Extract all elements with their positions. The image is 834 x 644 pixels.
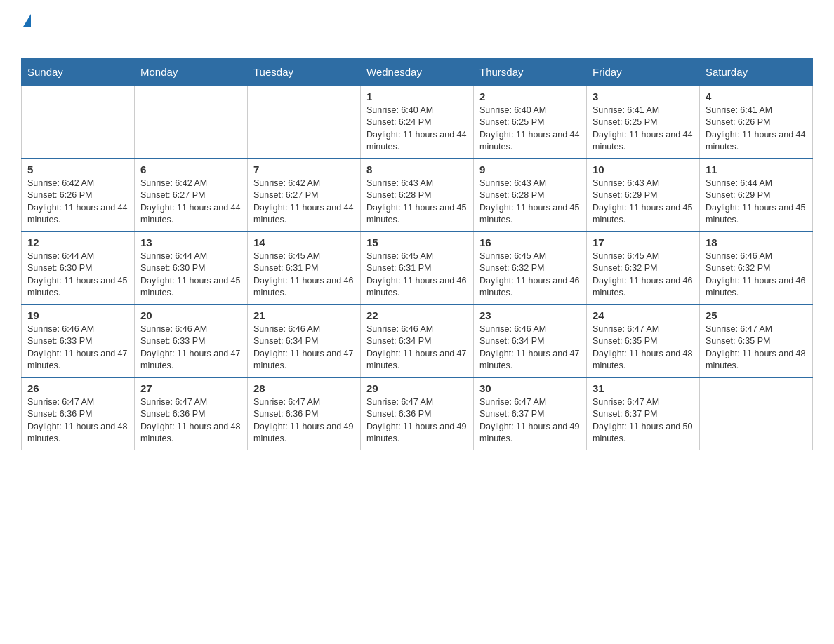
day-number: 31 [593,382,694,394]
day-info: Sunrise: 6:47 AM Sunset: 6:36 PM Dayligh… [366,396,468,445]
day-number: 11 [706,163,807,175]
calendar-cell: 22Sunrise: 6:46 AM Sunset: 6:34 PM Dayli… [361,304,474,377]
calendar-cell: 13Sunrise: 6:44 AM Sunset: 6:30 PM Dayli… [135,232,248,304]
calendar-cell: 17Sunrise: 6:45 AM Sunset: 6:32 PM Dayli… [587,232,700,304]
day-number: 4 [706,90,807,102]
calendar-week-row: 1Sunrise: 6:40 AM Sunset: 6:24 PM Daylig… [22,86,813,159]
weekday-header: Tuesday [248,58,361,86]
day-number: 26 [27,382,128,394]
calendar-cell: 18Sunrise: 6:46 AM Sunset: 6:32 PM Dayli… [700,232,813,304]
calendar-week-row: 5Sunrise: 6:42 AM Sunset: 6:26 PM Daylig… [22,159,813,232]
calendar-cell: 11Sunrise: 6:44 AM Sunset: 6:29 PM Dayli… [700,159,813,232]
calendar-cell: 12Sunrise: 6:44 AM Sunset: 6:30 PM Dayli… [22,232,135,304]
day-info: Sunrise: 6:46 AM Sunset: 6:33 PM Dayligh… [140,323,241,373]
calendar-week-row: 19Sunrise: 6:46 AM Sunset: 6:33 PM Dayli… [22,304,813,377]
day-number: 9 [479,163,581,175]
day-number: 7 [253,163,355,175]
calendar-cell: 2Sunrise: 6:40 AM Sunset: 6:25 PM Daylig… [474,86,587,159]
calendar-cell: 7Sunrise: 6:42 AM Sunset: 6:27 PM Daylig… [248,159,361,232]
day-info: Sunrise: 6:47 AM Sunset: 6:37 PM Dayligh… [479,396,581,445]
calendar-cell: 21Sunrise: 6:46 AM Sunset: 6:34 PM Dayli… [248,304,361,377]
day-info: Sunrise: 6:46 AM Sunset: 6:33 PM Dayligh… [27,323,128,373]
calendar-cell: 4Sunrise: 6:41 AM Sunset: 6:26 PM Daylig… [700,86,813,159]
day-info: Sunrise: 6:42 AM Sunset: 6:26 PM Dayligh… [27,177,128,227]
calendar-cell: 16Sunrise: 6:45 AM Sunset: 6:32 PM Dayli… [474,232,587,304]
day-number: 3 [593,90,694,102]
day-number: 27 [140,382,241,394]
day-number: 19 [27,309,128,321]
calendar-cell: 6Sunrise: 6:42 AM Sunset: 6:27 PM Daylig… [135,159,248,232]
day-number: 29 [366,382,468,394]
calendar-cell: 29Sunrise: 6:47 AM Sunset: 6:36 PM Dayli… [361,377,474,450]
calendar-cell: 25Sunrise: 6:47 AM Sunset: 6:35 PM Dayli… [700,304,813,377]
day-info: Sunrise: 6:46 AM Sunset: 6:32 PM Dayligh… [706,250,807,300]
calendar-cell [700,377,813,450]
day-info: Sunrise: 6:41 AM Sunset: 6:26 PM Dayligh… [706,105,807,154]
calendar-cell: 31Sunrise: 6:47 AM Sunset: 6:37 PM Dayli… [587,377,700,450]
day-number: 28 [253,382,355,394]
day-info: Sunrise: 6:47 AM Sunset: 6:35 PM Dayligh… [593,323,694,373]
weekday-header: Thursday [474,58,587,86]
day-info: Sunrise: 6:44 AM Sunset: 6:29 PM Dayligh… [706,177,807,227]
day-info: Sunrise: 6:45 AM Sunset: 6:32 PM Dayligh… [479,250,581,300]
calendar-header-row: SundayMondayTuesdayWednesdayThursdayFrid… [22,58,813,86]
calendar-cell: 3Sunrise: 6:41 AM Sunset: 6:25 PM Daylig… [587,86,700,159]
day-info: Sunrise: 6:42 AM Sunset: 6:27 PM Dayligh… [253,177,355,227]
calendar-cell: 1Sunrise: 6:40 AM Sunset: 6:24 PM Daylig… [361,86,474,159]
calendar-cell: 8Sunrise: 6:43 AM Sunset: 6:28 PM Daylig… [361,159,474,232]
day-info: Sunrise: 6:45 AM Sunset: 6:31 PM Dayligh… [366,250,468,300]
day-info: Sunrise: 6:43 AM Sunset: 6:28 PM Dayligh… [479,177,581,227]
day-info: Sunrise: 6:40 AM Sunset: 6:25 PM Dayligh… [479,105,581,154]
calendar-cell: 9Sunrise: 6:43 AM Sunset: 6:28 PM Daylig… [474,159,587,232]
day-info: Sunrise: 6:43 AM Sunset: 6:29 PM Dayligh… [593,177,694,227]
day-info: Sunrise: 6:47 AM Sunset: 6:35 PM Dayligh… [706,323,807,373]
calendar-cell: 5Sunrise: 6:42 AM Sunset: 6:26 PM Daylig… [22,159,135,232]
day-number: 12 [27,236,128,248]
day-number: 17 [593,236,694,248]
day-info: Sunrise: 6:45 AM Sunset: 6:32 PM Dayligh… [593,250,694,300]
day-number: 5 [27,163,128,175]
day-number: 2 [479,90,581,102]
day-number: 6 [140,163,241,175]
day-number: 22 [366,309,468,321]
day-info: Sunrise: 6:45 AM Sunset: 6:31 PM Dayligh… [253,250,355,300]
weekday-header: Saturday [700,58,813,86]
calendar-cell: 20Sunrise: 6:46 AM Sunset: 6:33 PM Dayli… [135,304,248,377]
day-number: 25 [706,309,807,321]
day-number: 13 [140,236,241,248]
day-info: Sunrise: 6:46 AM Sunset: 6:34 PM Dayligh… [253,323,355,373]
weekday-header: Friday [587,58,700,86]
calendar-cell: 26Sunrise: 6:47 AM Sunset: 6:36 PM Dayli… [22,377,135,450]
day-info: Sunrise: 6:47 AM Sunset: 6:36 PM Dayligh… [253,396,355,445]
day-info: Sunrise: 6:41 AM Sunset: 6:25 PM Dayligh… [593,105,694,154]
calendar-cell [135,86,248,159]
day-number: 23 [479,309,581,321]
day-info: Sunrise: 6:46 AM Sunset: 6:34 PM Dayligh… [479,323,581,373]
day-number: 14 [253,236,355,248]
day-number: 1 [366,90,468,102]
calendar-week-row: 12Sunrise: 6:44 AM Sunset: 6:30 PM Dayli… [22,232,813,304]
day-info: Sunrise: 6:47 AM Sunset: 6:36 PM Dayligh… [140,396,241,445]
logo-triangle-icon [23,14,31,27]
day-number: 8 [366,163,468,175]
calendar-cell: 27Sunrise: 6:47 AM Sunset: 6:36 PM Dayli… [135,377,248,450]
page-header [21,14,813,51]
calendar-cell: 14Sunrise: 6:45 AM Sunset: 6:31 PM Dayli… [248,232,361,304]
weekday-header: Wednesday [361,58,474,86]
day-number: 18 [706,236,807,248]
day-number: 24 [593,309,694,321]
day-info: Sunrise: 6:44 AM Sunset: 6:30 PM Dayligh… [140,250,241,300]
day-number: 16 [479,236,581,248]
day-info: Sunrise: 6:43 AM Sunset: 6:28 PM Dayligh… [366,177,468,227]
day-info: Sunrise: 6:47 AM Sunset: 6:37 PM Dayligh… [593,396,694,445]
day-info: Sunrise: 6:47 AM Sunset: 6:36 PM Dayligh… [27,396,128,445]
calendar-cell [22,86,135,159]
day-info: Sunrise: 6:42 AM Sunset: 6:27 PM Dayligh… [140,177,241,227]
day-number: 15 [366,236,468,248]
calendar-cell: 30Sunrise: 6:47 AM Sunset: 6:37 PM Dayli… [474,377,587,450]
day-number: 21 [253,309,355,321]
calendar-table: SundayMondayTuesdayWednesdayThursdayFrid… [21,58,813,450]
calendar-week-row: 26Sunrise: 6:47 AM Sunset: 6:36 PM Dayli… [22,377,813,450]
logo [21,14,31,51]
calendar-cell: 24Sunrise: 6:47 AM Sunset: 6:35 PM Dayli… [587,304,700,377]
